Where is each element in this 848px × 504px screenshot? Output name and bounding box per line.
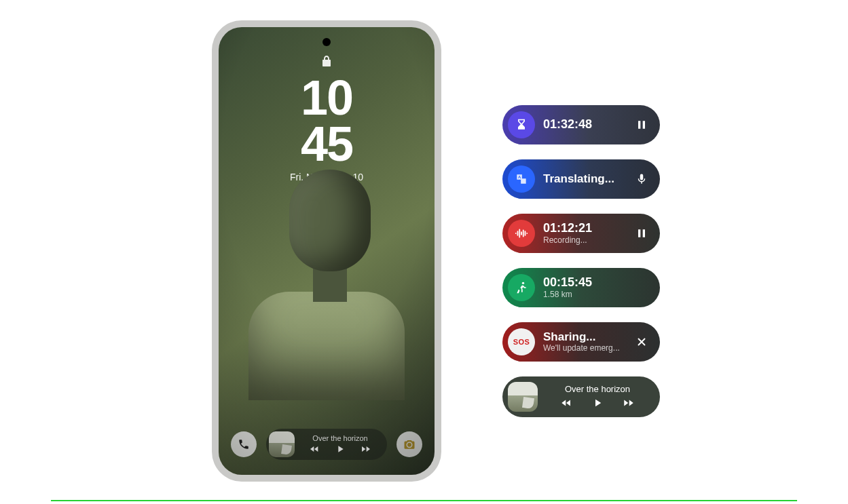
sos-subtitle: We'll update emerg...: [543, 343, 626, 353]
camera-shortcut-button[interactable]: [397, 431, 422, 457]
phone-mockup: 10 45 Fri, November 10 Over the horizon: [212, 20, 441, 482]
pill-timer[interactable]: 01:32:48: [502, 105, 660, 144]
hourglass-icon: [508, 111, 535, 138]
album-art-icon: [508, 382, 538, 412]
clock-minutes: 45: [219, 121, 435, 167]
play-icon[interactable]: [335, 444, 346, 454]
section-divider: [51, 500, 797, 501]
phone-shortcut-button[interactable]: [231, 431, 257, 457]
running-icon: [508, 274, 535, 301]
timer-value: 01:32:48: [543, 118, 626, 132]
pill-sos[interactable]: SOS Sharing... We'll update emerg...: [502, 322, 660, 362]
waveform-icon: [508, 220, 535, 247]
sos-icon: SOS: [508, 328, 535, 355]
pill-recording[interactable]: 01:12:21 Recording...: [502, 214, 660, 253]
sos-title: Sharing...: [543, 331, 626, 344]
svg-point-1: [522, 282, 524, 284]
play-icon[interactable]: [591, 397, 604, 409]
music-title: Over the horizon: [565, 385, 630, 394]
workout-distance: 1.58 km: [543, 290, 649, 299]
pause-icon[interactable]: [634, 226, 649, 241]
rewind-icon[interactable]: [309, 444, 320, 454]
wallpaper-portrait: [248, 170, 405, 393]
translate-icon: A: [508, 166, 535, 193]
album-art-icon: [269, 431, 295, 457]
clock-hours: 10: [219, 75, 435, 121]
live-activity-pills: 01:32:48 A Translating... 01:12:2: [502, 105, 660, 417]
lock-icon: [322, 56, 331, 66]
recording-time: 01:12:21: [543, 222, 626, 235]
camera-hole: [322, 38, 331, 46]
clock-date: Fri, November 10: [219, 172, 435, 182]
recording-status: Recording...: [543, 235, 626, 245]
forward-icon[interactable]: [623, 397, 635, 409]
pill-workout[interactable]: 00:15:45 1.58 km: [502, 268, 660, 307]
pill-translate[interactable]: A Translating...: [502, 159, 660, 199]
close-icon[interactable]: [634, 334, 649, 349]
mic-icon[interactable]: [634, 172, 649, 187]
lockscreen-clock: 10 45 Fri, November 10: [219, 75, 435, 182]
workout-time: 00:15:45: [543, 276, 649, 290]
translate-label: Translating...: [543, 173, 626, 186]
pause-icon[interactable]: [634, 117, 649, 132]
rewind-icon[interactable]: [560, 397, 572, 409]
phone-lockscreen: 10 45 Fri, November 10 Over the horizon: [219, 27, 435, 475]
pill-music[interactable]: Over the horizon: [502, 376, 660, 417]
forward-icon[interactable]: [361, 444, 371, 454]
now-playing-title: Over the horizon: [301, 434, 379, 442]
lockscreen-music-widget[interactable]: Over the horizon: [266, 429, 387, 460]
